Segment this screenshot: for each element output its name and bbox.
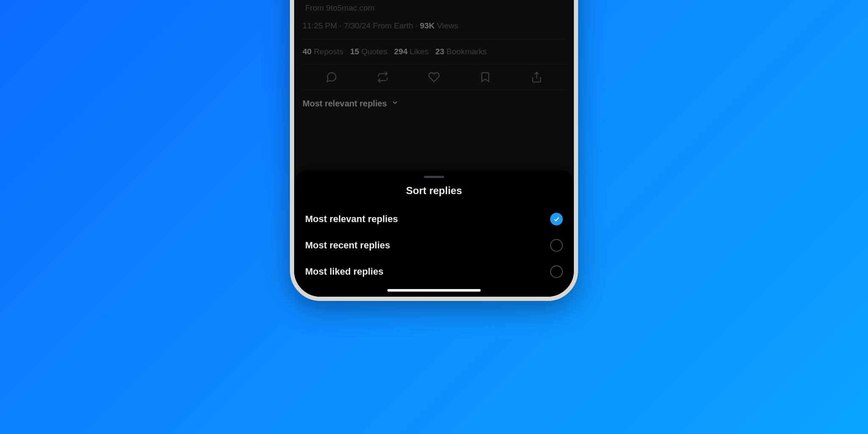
home-indicator[interactable] [387, 289, 481, 292]
sort-option-most-recent[interactable]: Most recent replies [303, 232, 565, 259]
sheet-title: Sort replies [303, 185, 565, 197]
views-count: 93K [420, 21, 435, 30]
tweet-time: 11:25 PM [303, 21, 337, 30]
phone-frame: iPhone 16 colors and redesigned camera b… [290, 0, 578, 301]
views-label-text: Views [437, 21, 458, 30]
sort-option-most-relevant[interactable]: Most relevant replies [303, 206, 565, 232]
likes-stat[interactable]: 294 Likes [394, 47, 428, 56]
reposts-stat[interactable]: 40 Reposts [303, 47, 343, 56]
sheet-grabber[interactable] [424, 176, 444, 178]
radio-selected-icon [550, 213, 563, 225]
quotes-stat[interactable]: 15 Quotes [350, 47, 387, 56]
tweet-date: 7/30/24 [344, 21, 370, 30]
sort-option-most-liked[interactable]: Most liked replies [303, 259, 565, 285]
bookmarks-stat[interactable]: 23 Bookmarks [435, 47, 487, 56]
sort-option-label: Most liked replies [305, 266, 384, 277]
phone-screen: iPhone 16 colors and redesigned camera b… [294, 0, 574, 297]
chevron-down-icon [391, 99, 399, 108]
link-preview-source: From 9to5mac.com [302, 0, 566, 19]
sort-option-label: Most recent replies [305, 240, 390, 251]
radio-unselected-icon [550, 239, 563, 252]
tweet-location: From Earth [373, 21, 413, 30]
sort-trigger-label: Most relevant replies [303, 99, 387, 108]
sort-replies-trigger[interactable]: Most relevant replies [302, 90, 400, 119]
repost-icon[interactable] [377, 71, 389, 83]
bookmark-icon[interactable] [479, 71, 491, 83]
share-icon[interactable] [531, 71, 542, 83]
radio-unselected-icon [550, 265, 563, 278]
sort-option-label: Most relevant replies [305, 214, 398, 225]
tweet-meta-row: 11:25 PM · 7/30/24 From Earth · 93K View… [302, 19, 566, 39]
engagement-row: 40 Reposts 15 Quotes 294 Likes 23 Bookma… [302, 39, 566, 64]
reply-icon[interactable] [326, 71, 337, 83]
separator: · [339, 21, 344, 30]
sort-replies-sheet: Sort replies Most relevant replies Most … [294, 170, 574, 297]
like-icon[interactable] [428, 71, 440, 83]
separator: · [415, 21, 420, 30]
action-row [302, 64, 566, 90]
